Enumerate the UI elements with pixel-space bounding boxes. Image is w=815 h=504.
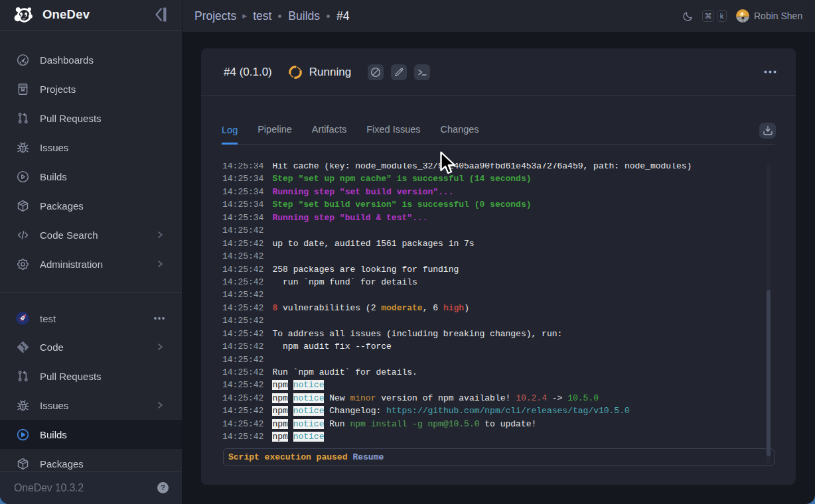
svg-text:?: ? <box>161 483 165 491</box>
